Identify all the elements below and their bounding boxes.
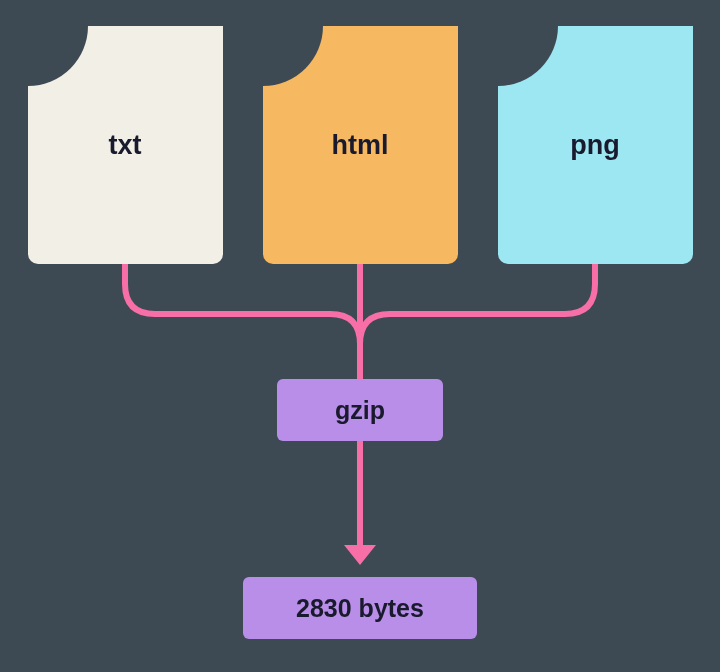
merge-connector-icon: [0, 264, 720, 379]
file-card-html: html: [263, 26, 458, 264]
file-card-txt: txt: [28, 26, 223, 264]
file-card-png: png: [498, 26, 693, 264]
output-box: 2830 bytes: [243, 577, 477, 639]
process-label: gzip: [335, 396, 385, 425]
file-label-html: html: [332, 130, 389, 161]
file-label-txt: txt: [109, 130, 142, 161]
file-label-png: png: [570, 130, 619, 161]
arrow-down-icon: [0, 441, 720, 577]
process-box: gzip: [277, 379, 443, 441]
output-label: 2830 bytes: [296, 594, 424, 623]
file-row: txt html png: [0, 26, 720, 264]
